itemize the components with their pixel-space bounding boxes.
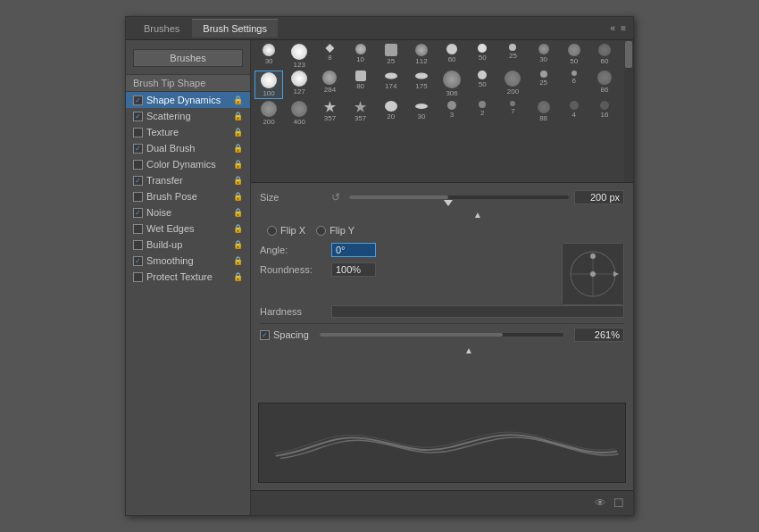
sidebar-item-brush-pose[interactable]: Brush Pose 🔒 bbox=[126, 188, 250, 204]
preset-cell[interactable]: 16 bbox=[590, 101, 619, 126]
preset-cell[interactable]: 112 bbox=[407, 44, 436, 69]
brush-preset-scrollbar[interactable] bbox=[624, 40, 633, 182]
sidebar-item-dual-brush[interactable]: Dual Brush 🔒 bbox=[126, 140, 250, 156]
tab-brush-settings[interactable]: Brush Settings bbox=[192, 19, 278, 37]
preset-cell[interactable]: 25 bbox=[377, 44, 405, 69]
preset-cell[interactable]: 200 bbox=[254, 101, 283, 126]
preset-cell[interactable]: 357 bbox=[315, 101, 344, 126]
preset-cell[interactable]: 60 bbox=[590, 44, 619, 69]
sidebar-item-smoothing[interactable]: Smoothing 🔒 bbox=[126, 253, 250, 269]
lock-icon-9: 🔒 bbox=[233, 240, 243, 249]
settings-area: Size ↺ 200 px ▲ bbox=[251, 183, 633, 395]
checkbox-noise[interactable] bbox=[133, 208, 143, 218]
preset-cell[interactable]: 6 bbox=[560, 71, 588, 99]
preset-cell[interactable]: 8 bbox=[315, 44, 344, 69]
sidebar-label-color-dynamics: Color Dynamics bbox=[146, 159, 216, 170]
hardness-bar-container bbox=[331, 305, 624, 318]
spacing-checkbox[interactable] bbox=[260, 330, 270, 340]
sidebar-label-wet-edges: Wet Edges bbox=[146, 223, 195, 234]
preset-cell[interactable]: 60 bbox=[438, 44, 466, 69]
checkbox-transfer[interactable] bbox=[133, 176, 143, 186]
checkbox-dual-brush[interactable] bbox=[133, 144, 143, 154]
sidebar-item-noise[interactable]: Noise 🔒 bbox=[126, 204, 250, 220]
size-slider-fill bbox=[349, 195, 448, 199]
flip-x-radio[interactable] bbox=[267, 226, 277, 236]
sidebar-label-transfer: Transfer bbox=[146, 175, 183, 186]
sidebar-item-texture[interactable]: Texture 🔒 bbox=[126, 124, 250, 140]
preset-cell[interactable]: 306 bbox=[438, 71, 466, 99]
spacing-slider-track[interactable] bbox=[320, 333, 563, 337]
lock-icon-7: 🔒 bbox=[233, 208, 243, 217]
checkbox-protect-texture[interactable] bbox=[133, 272, 143, 282]
menu-icon[interactable]: ≡ bbox=[621, 23, 626, 33]
checkbox-build-up[interactable] bbox=[133, 240, 143, 250]
sidebar-item-wet-edges[interactable]: Wet Edges 🔒 bbox=[126, 220, 250, 237]
preset-cell[interactable]: 30 bbox=[407, 101, 436, 126]
sidebar-label-shape-dynamics: Shape Dynamics bbox=[146, 95, 221, 105]
preset-cell[interactable]: 400 bbox=[285, 101, 313, 126]
size-reset-icon[interactable]: ↺ bbox=[331, 191, 340, 204]
checkbox-smoothing[interactable] bbox=[133, 256, 143, 266]
preset-cell[interactable]: 2 bbox=[468, 101, 496, 126]
preset-cell[interactable]: 88 bbox=[530, 101, 558, 126]
preset-cell[interactable]: 50 bbox=[468, 71, 496, 99]
brushes-button[interactable]: Brushes bbox=[133, 49, 243, 67]
checkbox-texture[interactable] bbox=[133, 128, 143, 137]
lock-icon-10: 🔒 bbox=[233, 256, 243, 265]
size-slider-track[interactable] bbox=[349, 195, 569, 199]
preset-cell[interactable]: 50 bbox=[560, 44, 588, 69]
preset-cell[interactable]: 127 bbox=[285, 71, 313, 99]
hardness-row: Hardness bbox=[260, 305, 624, 318]
preset-cell[interactable]: 86 bbox=[590, 71, 619, 99]
preset-cell[interactable]: 50 bbox=[468, 44, 496, 69]
preset-cell-selected[interactable]: 100 bbox=[254, 71, 283, 99]
lock-icon-5: 🔒 bbox=[233, 176, 243, 185]
checkbox-scattering[interactable] bbox=[133, 112, 143, 121]
new-brush-icon[interactable]: ☐ bbox=[613, 496, 624, 510]
main-content: 30 123 8 10 25 112 60 50 25 30 50 60 100… bbox=[251, 40, 633, 515]
sidebar-section-title: Brush Tip Shape bbox=[126, 74, 250, 92]
preset-cell[interactable]: 25 bbox=[530, 71, 558, 99]
sidebar-item-scattering[interactable]: Scattering 🔒 bbox=[126, 108, 250, 124]
preset-cell[interactable]: 3 bbox=[438, 101, 466, 126]
spacing-slider-container bbox=[320, 333, 563, 337]
preset-cell[interactable]: 123 bbox=[285, 44, 313, 69]
checkbox-brush-pose[interactable] bbox=[133, 192, 143, 202]
checkbox-wet-edges[interactable] bbox=[133, 224, 143, 234]
spacing-slider-fill bbox=[320, 333, 503, 337]
size-value[interactable]: 200 px bbox=[574, 190, 624, 204]
preset-cell[interactable]: 30 bbox=[530, 44, 558, 69]
hardness-bar[interactable] bbox=[331, 305, 624, 318]
preset-cell[interactable]: 284 bbox=[315, 71, 344, 99]
sidebar-item-protect-texture[interactable]: Protect Texture 🔒 bbox=[126, 269, 250, 285]
flip-y-radio[interactable] bbox=[316, 226, 326, 236]
preset-cell[interactable]: 200 bbox=[498, 71, 527, 99]
sidebar: Brushes Brush Tip Shape Shape Dynamics 🔒… bbox=[126, 40, 251, 515]
preset-cell[interactable]: 174 bbox=[377, 71, 405, 99]
tab-brushes[interactable]: Brushes bbox=[133, 19, 190, 37]
collapse-icon[interactable]: « bbox=[611, 23, 616, 33]
preset-cell[interactable]: 80 bbox=[346, 71, 375, 99]
eye-icon[interactable]: 👁 bbox=[595, 496, 606, 510]
preset-cell[interactable]: 357 bbox=[346, 101, 375, 126]
brush-stroke-svg bbox=[259, 403, 625, 482]
preset-cell[interactable]: 4 bbox=[560, 101, 588, 126]
brush-preview bbox=[258, 403, 626, 483]
preset-cell[interactable]: 175 bbox=[407, 71, 436, 99]
dial-svg bbox=[563, 244, 623, 304]
sidebar-item-color-dynamics[interactable]: Color Dynamics 🔒 bbox=[126, 156, 250, 172]
spacing-value[interactable]: 261% bbox=[574, 328, 624, 342]
angle-dial[interactable] bbox=[562, 243, 624, 305]
preset-cell[interactable]: 25 bbox=[498, 44, 527, 69]
roundness-input[interactable] bbox=[331, 262, 376, 277]
checkbox-color-dynamics[interactable] bbox=[133, 160, 143, 170]
angle-input[interactable] bbox=[331, 243, 376, 257]
checkbox-shape-dynamics[interactable] bbox=[133, 96, 143, 105]
sidebar-item-shape-dynamics[interactable]: Shape Dynamics 🔒 bbox=[126, 92, 250, 108]
preset-cell[interactable]: 20 bbox=[377, 101, 405, 126]
sidebar-item-transfer[interactable]: Transfer 🔒 bbox=[126, 172, 250, 188]
preset-cell[interactable]: 7 bbox=[498, 101, 527, 126]
preset-cell[interactable]: 30 bbox=[254, 44, 283, 69]
preset-cell[interactable]: 10 bbox=[346, 44, 375, 69]
sidebar-item-build-up[interactable]: Build-up 🔒 bbox=[126, 237, 250, 253]
